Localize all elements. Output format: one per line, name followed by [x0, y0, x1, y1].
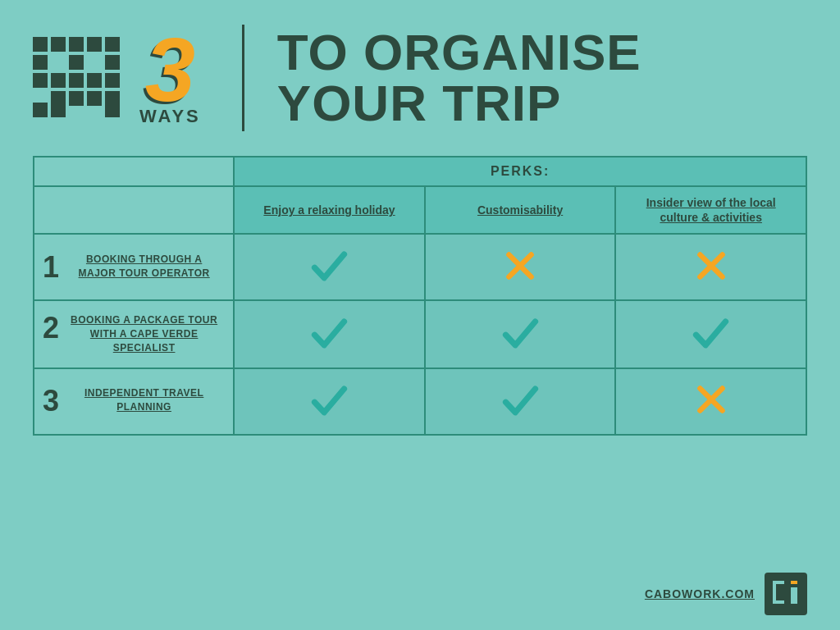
footer-section: CABOWORK.COM [645, 573, 807, 615]
svg-rect-6 [51, 73, 66, 88]
header-divider [242, 25, 244, 131]
svg-rect-12 [105, 73, 120, 88]
comparison-table-container: PERKS: Enjoy a relaxing holiday Customis… [33, 156, 807, 436]
ways-label: WAYS [139, 106, 201, 127]
row-3-check-1 [234, 368, 425, 435]
svg-rect-2 [69, 37, 84, 52]
row-3-check-2 [425, 368, 616, 435]
row-1-check-1 [234, 234, 425, 300]
svg-rect-17 [33, 103, 48, 117]
row-2-check-3 [615, 300, 806, 368]
svg-rect-27 [773, 581, 776, 604]
title-line1: TO ORGANISE [277, 27, 641, 78]
col-header-3: Insider view of the local culture & acti… [615, 186, 806, 234]
row-2-label-cell: 2 BOOKING A PACKAGE TOUR WITH A CAPE VER… [34, 300, 234, 368]
svg-rect-18 [51, 103, 66, 117]
perks-header-row: PERKS: [34, 157, 806, 186]
row-1-title: BOOKING THROUGH A MAJOR TOUR OPERATOR [67, 253, 221, 281]
row-2-check-2 [425, 300, 616, 368]
main-title: TO ORGANISE YOUR TRIP [277, 27, 641, 129]
footer-url: CABOWORK.COM [645, 587, 755, 600]
svg-rect-10 [105, 55, 120, 70]
col-header-2: Customisability [425, 186, 616, 234]
page-background: 3 WAYS TO ORGANISE YOUR TRIP PERKS: [0, 0, 840, 630]
row-1-check-2 [425, 234, 616, 300]
row-1-label-cell: 1 BOOKING THROUGH A MAJOR TOUR OPERATOR [34, 234, 234, 300]
svg-rect-9 [105, 37, 120, 52]
svg-rect-30 [791, 587, 797, 604]
row-3-title: INDEPENDENT TRAVEL PLANNING [67, 386, 221, 414]
row-3-check-3 [615, 368, 806, 435]
svg-rect-1 [51, 37, 66, 52]
row-2-title: BOOKING A PACKAGE TOUR WITH A CAPE VERDE… [67, 313, 221, 354]
svg-rect-28 [773, 600, 784, 604]
col-header-1: Enjoy a relaxing holiday [234, 186, 425, 234]
cabowork-logo [765, 573, 807, 615]
svg-rect-15 [87, 91, 102, 106]
svg-rect-5 [33, 73, 48, 88]
svg-rect-3 [33, 55, 48, 70]
perks-label: PERKS: [234, 157, 806, 186]
svg-rect-4 [69, 55, 84, 70]
row-3-label-cell: 3 INDEPENDENT TRAVEL PLANNING [34, 368, 234, 435]
number-3: 3 [145, 29, 195, 110]
svg-rect-14 [69, 91, 84, 106]
column-headers-row: Enjoy a relaxing holiday Customisability… [34, 186, 806, 234]
svg-rect-7 [69, 73, 84, 88]
title-line2: YOUR TRIP [277, 78, 641, 129]
maze-icon [33, 37, 123, 119]
header-section: 3 WAYS TO ORGANISE YOUR TRIP [0, 0, 840, 148]
comparison-table: PERKS: Enjoy a relaxing holiday Customis… [33, 156, 807, 436]
svg-rect-0 [33, 37, 48, 52]
table-row: 2 BOOKING A PACKAGE TOUR WITH A CAPE VER… [34, 300, 806, 368]
row-1-number: 1 [43, 253, 59, 282]
table-row: 3 INDEPENDENT TRAVEL PLANNING [34, 368, 806, 435]
svg-rect-11 [87, 73, 102, 88]
number-ways-section: 3 WAYS [139, 29, 201, 127]
row-2-check-1 [234, 300, 425, 368]
svg-rect-29 [791, 581, 797, 584]
table-row: 1 BOOKING THROUGH A MAJOR TOUR OPERATOR [34, 234, 806, 300]
row-1-check-3 [615, 234, 806, 300]
row-2-number: 2 [43, 313, 59, 343]
row-3-number: 3 [43, 386, 59, 416]
svg-rect-19 [105, 103, 120, 117]
svg-rect-8 [87, 37, 102, 52]
